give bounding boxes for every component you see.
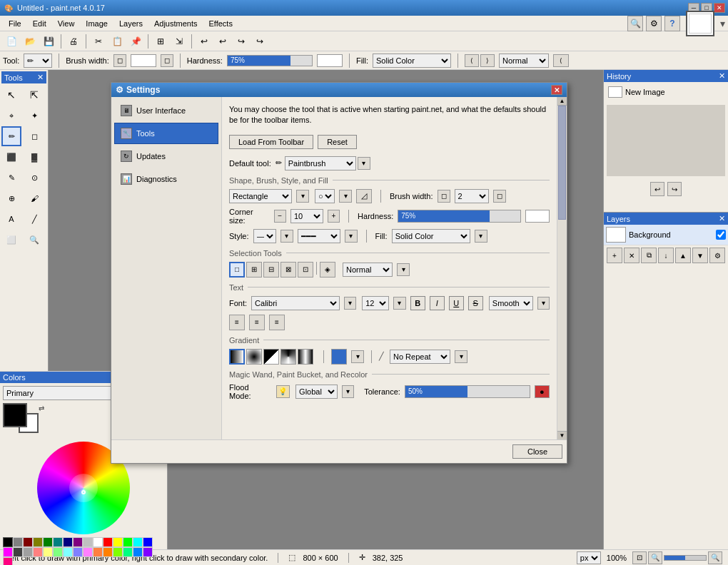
gradient-type-buttons (229, 349, 313, 365)
diagnostics-icon: 📊 (121, 173, 132, 185)
hardness-dialog-value: 75% (401, 212, 415, 220)
dialog-scrollbar[interactable]: ▲ ▼ (557, 97, 567, 439)
selection-mode-select[interactable]: Normal (343, 263, 393, 277)
shape-select[interactable]: Rectangle (229, 189, 292, 203)
nav-user-interface[interactable]: 🖥 User Interface (114, 100, 218, 121)
text-align-center-btn[interactable]: ≡ (249, 315, 265, 330)
bold-btn[interactable]: B (410, 296, 425, 310)
corner-size-inc[interactable]: + (328, 210, 340, 223)
style-select[interactable]: — (253, 229, 276, 243)
brush-width-dialog-select[interactable]: 2 (455, 189, 489, 203)
load-from-toolbar-btn[interactable]: Load From Toolbar (229, 135, 313, 149)
sep-inner (380, 190, 381, 203)
dash-style-select[interactable]: ━━━ (298, 229, 340, 243)
shape-select-dropdown[interactable]: ▾ (296, 190, 309, 203)
sel-subtract-btn[interactable]: ⊟ (263, 262, 279, 278)
font-select[interactable]: Calibri (251, 296, 340, 310)
nav-updates-label: Updates (136, 152, 166, 161)
dialog-footer: Close (111, 439, 567, 463)
radial-gradient-btn[interactable] (246, 349, 262, 365)
default-tool-select[interactable]: Paintbrush (285, 156, 356, 170)
close-dialog-btn[interactable]: Close (512, 444, 562, 459)
tools-icon: 🔧 (121, 128, 132, 139)
brush-type-select[interactable]: ○ (315, 189, 335, 203)
text-section-divider: Text (229, 283, 550, 292)
brush-width-dialog-dec[interactable]: ◻ (438, 190, 450, 203)
conical-gradient-btn[interactable] (280, 349, 296, 365)
sel-feather-btn[interactable]: ◈ (320, 262, 335, 278)
gradient-line-icon: ╱ (379, 352, 384, 361)
sel-intersect-btn[interactable]: ⊠ (280, 262, 296, 278)
sel-replace-btn[interactable]: □ (229, 262, 245, 278)
text-rendering-select[interactable]: Smooth (489, 296, 533, 310)
style-dropdown[interactable]: ▾ (280, 230, 293, 243)
gradient-section-title: Gradient (229, 336, 259, 345)
tolerance-slider[interactable]: 50% (405, 385, 530, 398)
default-tool-label: Default tool: (229, 159, 271, 168)
sel-add-btn[interactable]: ⊞ (246, 262, 262, 278)
flood-mode-select[interactable]: Global (295, 385, 337, 399)
brush-width-dialog-inc[interactable]: ◻ (493, 190, 506, 203)
shape-row: Rectangle ▾ ○ ▾ ◿ Brush width: ◻ 2 ◻ (229, 189, 550, 203)
antialiasing-btn[interactable]: ◿ (356, 189, 372, 203)
gradient-section-divider: Gradient (229, 336, 550, 345)
dash-dropdown[interactable]: ▾ (345, 230, 358, 243)
hardness-dialog-slider[interactable]: 75% (398, 210, 520, 223)
text-rendering-dropdown[interactable]: ▾ (537, 297, 550, 310)
linear-gradient-btn[interactable] (229, 349, 245, 365)
italic-btn[interactable]: I (430, 296, 445, 310)
font-size-dropdown[interactable]: ▾ (393, 297, 405, 310)
paintbrush-icon: ✏ (275, 158, 282, 168)
gradient-repeat-dropdown[interactable]: ▾ (455, 350, 467, 363)
default-tool-dropdown[interactable]: ▾ (358, 157, 370, 170)
tolerance-value: 50% (408, 387, 423, 395)
underline-btn[interactable]: U (449, 296, 464, 310)
scroll-down-btn[interactable]: ▼ (557, 431, 567, 439)
selection-mode-buttons: □ ⊞ ⊟ ⊠ ⊡ ◈ (229, 262, 335, 278)
reset-btn[interactable]: Reset (318, 135, 357, 149)
selection-tools-row: □ ⊞ ⊟ ⊠ ⊡ ◈ Normal ▾ (229, 262, 550, 278)
text-align-row: ≡ ≡ ≡ (229, 315, 550, 330)
magic-wand-section-title: Magic Wand, Paint Bucket, and Recolor (229, 370, 368, 379)
corner-size-select[interactable]: 10 (290, 209, 323, 223)
sel-invert-btn[interactable]: ⊡ (298, 262, 313, 278)
sep-inner2 (348, 210, 349, 223)
scroll-thumb[interactable] (558, 106, 566, 220)
diamond-gradient-btn[interactable] (263, 349, 279, 365)
font-label: Font: (229, 299, 247, 307)
dialog-description: You may choose the tool that is active w… (229, 104, 550, 126)
flood-mode-label: Flood Mode: (229, 383, 272, 400)
gradient-color-btn[interactable] (331, 349, 347, 365)
text-align-right-btn[interactable]: ≡ (269, 315, 285, 330)
corner-size-dec[interactable]: − (274, 210, 286, 223)
font-size-select[interactable]: 12 (362, 296, 389, 310)
style-fill-row: Style: — ▾ ━━━ ▾ Fill: Solid Color ▾ (229, 229, 550, 243)
strikethrough-btn[interactable]: S (468, 296, 483, 310)
fill-dialog-select[interactable]: Solid Color (392, 229, 470, 243)
gradient-row: ▾ ╱ No Repeat ▾ (229, 349, 550, 365)
dialog-content: You may choose the tool that is active w… (222, 97, 557, 439)
text-align-left-btn[interactable]: ≡ (229, 315, 245, 330)
sep-inner3 (366, 230, 367, 243)
flood-mode-dropdown[interactable]: ▾ (342, 385, 355, 398)
magic-wand-section-divider: Magic Wand, Paint Bucket, and Recolor (229, 370, 550, 379)
grad-sep (323, 350, 324, 363)
dialog-close-btn[interactable]: ✕ (551, 85, 562, 95)
fill-dialog-dropdown[interactable]: ▾ (475, 230, 487, 243)
gradient-color-dropdown[interactable]: ▾ (351, 350, 364, 363)
nav-tools[interactable]: 🔧 Tools (114, 123, 218, 144)
scroll-up-btn[interactable]: ▲ (557, 97, 567, 106)
nav-updates[interactable]: ↻ Updates (114, 146, 218, 167)
gradient-repeat-select[interactable]: No Repeat (390, 350, 450, 364)
brush-type-dropdown[interactable]: ▾ (339, 190, 352, 203)
corner-hardness-row: Corner size: − 10 + Hardness: 75% (229, 208, 550, 225)
font-dropdown[interactable]: ▾ (344, 297, 356, 310)
selection-section-divider: Selection Tools (229, 249, 550, 258)
flood-mode-icon: 💡 (276, 385, 290, 398)
nav-diagnostics[interactable]: 📊 Diagnostics (114, 168, 218, 190)
spiral-gradient-btn[interactable] (298, 349, 313, 365)
sel-mode-dropdown[interactable]: ▾ (397, 263, 410, 276)
tolerance-color-btn[interactable]: ● (535, 385, 550, 398)
text-section-title: Text (229, 283, 243, 292)
dialog-title-icon: ⚙ (116, 85, 123, 95)
